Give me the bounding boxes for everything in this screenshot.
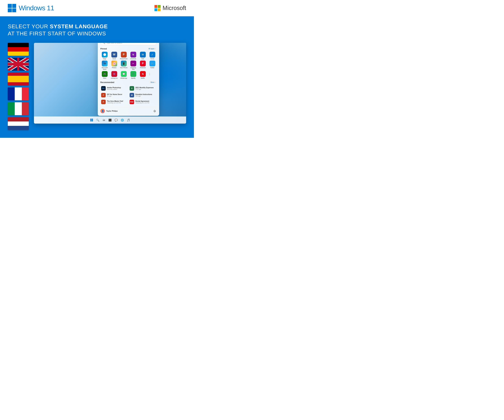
recommended-label: Recommended [100,81,114,83]
onenote-icon: N [130,52,136,58]
pinned-label: Pinned [100,48,107,50]
windows-title: Windows 11 [19,4,54,12]
twitter-label: Twitter [150,67,155,69]
user-avatar: 👤 [100,109,105,113]
app-onenote[interactable]: N OneNote [129,52,138,60]
rec-donation-info: Donation Instructions 12h ago [135,94,152,97]
user-info[interactable]: 👤 Taylor Philips [100,109,118,113]
todo-icon: ✓ [150,52,155,58]
rental-icon: PDF [130,100,134,104]
taskbar-edge-icon[interactable]: 🌐 [120,118,125,123]
spotify-icon: 🎵 [130,71,136,77]
xbox-icon: 🎮 [102,71,108,77]
taskbar-search-icon[interactable]: 🔍 [95,118,100,123]
donation-icon: W [130,93,134,97]
taskbar-spotify-icon[interactable]: 🎵 [126,118,131,123]
recommended-header: Recommended More › [100,81,156,84]
italian-flag[interactable] [8,102,29,115]
todo-label: To Do [150,58,154,60]
all-apps-button[interactable]: All apps › [147,47,156,50]
powerpoint-label: PowerPoint [120,58,127,60]
spanish-flag[interactable] [8,72,29,85]
xbox-label: Xbox [103,77,106,79]
pinterest-label: Pinterest [140,67,146,69]
microsoft-title: Microsoft [162,5,186,12]
word-label: Word [113,58,116,60]
pinned-section-header: Pinned All apps › [100,47,156,50]
app-twitter[interactable]: 🐦 Twitter [148,61,156,70]
svg-rect-3 [92,120,93,121]
start-menu: 🔍 Type here to search Pinned All apps › [98,43,159,116]
top-header: Windows 11 Microsoft [0,0,194,16]
yourphone-icon: 📱 [121,61,127,66]
svg-rect-0 [90,119,92,120]
taskbar: 🔍 🗂 ⬛ 💬 🌐 🎵 [34,117,186,124]
rec-chef[interactable]: P The Zero-Waste Chef Yesterday at 4:24 … [100,99,128,105]
yourphone-label: Your Phone [120,67,127,69]
netflix-icon: N [140,71,146,77]
app-among[interactable]: 👾 Among Us [110,71,119,79]
all-apps-label: All apps [149,48,154,50]
user-name: Taylor Philips [106,110,118,112]
taskbar-start-icon[interactable] [89,118,94,123]
power-button[interactable]: ⏻ [153,109,156,113]
app-word[interactable]: W Word [110,52,119,60]
rec-rental[interactable]: PDF Rental Agreement Yesterday at 1:15 P… [129,99,156,105]
search-bar[interactable]: 🔍 Type here to search [100,43,156,45]
app-mail[interactable]: ✉ Mail [138,52,147,60]
whatsapp-icon: 💬 [121,71,127,77]
app-pinterest[interactable]: P Pinterest [138,61,147,70]
rec-chef-info: The Zero-Waste Chef Yesterday at 4:24 PM [107,100,123,104]
app-powerpoint[interactable]: P PowerPoint [120,52,128,60]
rec-photoshop-info: Adobe Photoshop Recently added [107,87,121,90]
app-edge[interactable]: Edge [100,52,109,60]
blue-section: SELECT YOUR SYSTEM LANGUAGE AT THE FIRST… [0,16,194,138]
rec-diy-info: DIY for Home Decor 2h ago [107,94,122,97]
app-spotify[interactable]: 🎵 Spotify [129,71,138,79]
more-label: More [151,81,154,83]
snipping-label: Snipping Tool [129,67,138,70]
edge-label: Edge [103,58,106,60]
uk-flag[interactable] [8,58,29,71]
rec-rental-info: Rental Agreement Yesterday at 1:15 PM [135,100,149,104]
rec-expenses[interactable]: X 2021 Monthly Expenses 17m ago [129,85,156,91]
expenses-icon: X [130,86,134,91]
app-photos[interactable]: 🌸 Photos [110,61,119,70]
dutch-flag[interactable] [8,117,29,130]
german-flag[interactable] [8,43,29,56]
photos-label: Photos [112,67,116,69]
rec-photoshop[interactable]: Ps Adobe Photoshop Recently added [100,85,128,91]
chef-icon: P [101,100,106,104]
among-label: Among Us [111,77,117,79]
app-yourphone[interactable]: 📱 Your Phone [120,61,128,70]
rec-donation[interactable]: W Donation Instructions 12h ago [129,92,156,98]
app-msstore[interactable]: 🛍 Microsoft Store [100,61,109,70]
app-snipping[interactable]: ✂ Snipping Tool [129,61,138,70]
french-flag[interactable] [8,87,29,100]
pinned-apps-grid: Edge W Word P PowerPoint N OneNote [100,52,156,79]
windows-logo-icon [8,4,16,12]
windows-logo-area: Windows 11 [8,4,54,12]
headline-normal: SELECT YOUR [8,23,50,30]
win-desktop: 🔍 Type here to search Pinned All apps › [34,43,186,124]
app-todo[interactable]: ✓ To Do [148,52,156,60]
taskbar-taskview-icon[interactable]: 🗂 [101,118,107,123]
app-netflix[interactable]: N Netflix [138,71,147,79]
pinterest-icon: P [140,61,146,66]
word-icon: W [111,52,117,58]
headline-bold: SYSTEM LANGUAGE [50,23,108,30]
taskbar-widgets-icon[interactable]: ⬛ [108,118,113,123]
edge-icon [102,52,108,58]
app-whatsapp[interactable]: 💬 WhatsApp [120,71,128,79]
mail-label: Mail [141,58,144,60]
snipping-icon: ✂ [130,61,136,66]
taskbar-chat-icon[interactable]: 💬 [114,118,119,123]
more-button[interactable]: More › [149,81,156,84]
mail-icon: ✉ [140,52,146,58]
rec-diy[interactable]: P DIY for Home Decor 2h ago [100,92,128,98]
chevron-right-icon-2: › [155,81,155,83]
content-row: 🔍 Type here to search Pinned All apps › [8,43,186,130]
app-xbox[interactable]: 🎮 Xbox [100,71,109,79]
svg-rect-2 [90,120,92,121]
more-dots[interactable]: ⋮ [148,71,151,77]
